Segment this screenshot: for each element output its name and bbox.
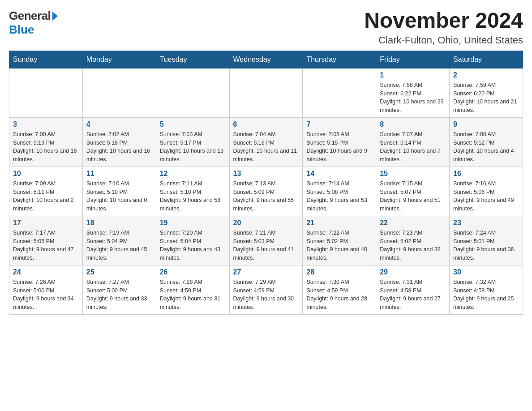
calendar-cell: 16Sunrise: 7:16 AMSunset: 5:06 PMDayligh… <box>450 167 523 216</box>
day-info: Sunrise: 7:04 AMSunset: 5:16 PMDaylight:… <box>233 130 299 164</box>
calendar-cell <box>9 68 83 117</box>
logo: General Blue <box>9 9 59 37</box>
week-row-4: 17Sunrise: 7:17 AMSunset: 5:05 PMDayligh… <box>9 216 523 265</box>
calendar-cell: 24Sunrise: 7:26 AMSunset: 5:00 PMDayligh… <box>9 265 83 314</box>
day-info: Sunrise: 7:27 AMSunset: 5:00 PMDaylight:… <box>86 278 152 312</box>
calendar-table: SundayMondayTuesdayWednesdayThursdayFrid… <box>9 51 523 315</box>
calendar-cell <box>82 68 156 117</box>
day-info: Sunrise: 7:17 AMSunset: 5:05 PMDaylight:… <box>13 229 79 262</box>
calendar-cell: 13Sunrise: 7:13 AMSunset: 5:09 PMDayligh… <box>229 167 303 216</box>
day-number: 19 <box>160 219 226 227</box>
day-number: 27 <box>233 268 299 276</box>
calendar-cell <box>303 68 376 117</box>
day-info: Sunrise: 7:58 AMSunset: 6:22 PMDaylight:… <box>380 81 446 115</box>
day-number: 28 <box>306 268 372 276</box>
day-number: 3 <box>13 120 79 128</box>
calendar-cell: 6Sunrise: 7:04 AMSunset: 5:16 PMDaylight… <box>229 117 303 167</box>
calendar-cell <box>156 68 229 117</box>
day-info: Sunrise: 7:16 AMSunset: 5:06 PMDaylight:… <box>453 180 519 213</box>
day-info: Sunrise: 7:20 AMSunset: 5:04 PMDaylight:… <box>160 229 226 262</box>
calendar-cell: 3Sunrise: 7:00 AMSunset: 5:19 PMDaylight… <box>9 117 83 167</box>
day-number: 22 <box>380 219 446 227</box>
day-number: 16 <box>453 170 519 178</box>
calendar-cell: 25Sunrise: 7:27 AMSunset: 5:00 PMDayligh… <box>82 265 156 314</box>
day-header-sunday: Sunday <box>9 51 83 68</box>
calendar-cell: 8Sunrise: 7:07 AMSunset: 5:14 PMDaylight… <box>376 117 450 167</box>
calendar-cell: 18Sunrise: 7:19 AMSunset: 5:04 PMDayligh… <box>82 216 156 265</box>
day-info: Sunrise: 7:21 AMSunset: 5:03 PMDaylight:… <box>233 229 299 262</box>
day-info: Sunrise: 7:31 AMSunset: 4:58 PMDaylight:… <box>380 278 446 312</box>
logo-triangle-icon <box>52 12 58 21</box>
calendar-cell: 27Sunrise: 7:29 AMSunset: 4:59 PMDayligh… <box>229 265 303 314</box>
day-number: 20 <box>233 219 299 227</box>
day-info: Sunrise: 7:59 AMSunset: 6:20 PMDaylight:… <box>453 81 519 115</box>
calendar-cell: 17Sunrise: 7:17 AMSunset: 5:05 PMDayligh… <box>9 216 83 265</box>
day-info: Sunrise: 7:24 AMSunset: 5:01 PMDaylight:… <box>453 229 519 262</box>
week-row-5: 24Sunrise: 7:26 AMSunset: 5:00 PMDayligh… <box>9 265 523 314</box>
location-title: Clark-Fulton, Ohio, United States <box>364 34 523 46</box>
day-number: 23 <box>453 219 519 227</box>
day-info: Sunrise: 7:30 AMSunset: 4:59 PMDaylight:… <box>306 278 372 312</box>
day-number: 5 <box>160 120 226 128</box>
day-number: 15 <box>380 170 446 178</box>
calendar-cell: 15Sunrise: 7:15 AMSunset: 5:07 PMDayligh… <box>376 167 450 216</box>
calendar-cell: 2Sunrise: 7:59 AMSunset: 6:20 PMDaylight… <box>450 68 523 117</box>
day-number: 4 <box>86 120 152 128</box>
day-info: Sunrise: 7:15 AMSunset: 5:07 PMDaylight:… <box>380 180 446 213</box>
day-info: Sunrise: 7:07 AMSunset: 5:14 PMDaylight:… <box>380 130 446 164</box>
day-number: 18 <box>86 219 152 227</box>
day-number: 8 <box>380 120 446 128</box>
day-number: 29 <box>380 268 446 276</box>
calendar-cell: 5Sunrise: 7:03 AMSunset: 5:17 PMDaylight… <box>156 117 229 167</box>
day-number: 26 <box>160 268 226 276</box>
day-number: 12 <box>160 170 226 178</box>
week-row-1: 1Sunrise: 7:58 AMSunset: 6:22 PMDaylight… <box>9 68 523 117</box>
calendar-cell: 19Sunrise: 7:20 AMSunset: 5:04 PMDayligh… <box>156 216 229 265</box>
day-number: 14 <box>306 170 372 178</box>
week-row-3: 10Sunrise: 7:09 AMSunset: 5:11 PMDayligh… <box>9 167 523 216</box>
calendar-cell: 26Sunrise: 7:28 AMSunset: 4:59 PMDayligh… <box>156 265 229 314</box>
title-area: November 2024 Clark-Fulton, Ohio, United… <box>364 9 523 46</box>
day-number: 30 <box>453 268 519 276</box>
day-header-thursday: Thursday <box>303 51 376 68</box>
day-header-friday: Friday <box>376 51 450 68</box>
logo-general-text: General <box>9 9 51 23</box>
calendar-cell: 20Sunrise: 7:21 AMSunset: 5:03 PMDayligh… <box>229 216 303 265</box>
day-header-tuesday: Tuesday <box>156 51 229 68</box>
day-info: Sunrise: 7:03 AMSunset: 5:17 PMDaylight:… <box>160 130 226 164</box>
calendar-cell: 23Sunrise: 7:24 AMSunset: 5:01 PMDayligh… <box>450 216 523 265</box>
day-info: Sunrise: 7:22 AMSunset: 5:02 PMDaylight:… <box>306 229 372 262</box>
calendar-cell: 9Sunrise: 7:08 AMSunset: 5:12 PMDaylight… <box>450 117 523 167</box>
calendar-cell: 28Sunrise: 7:30 AMSunset: 4:59 PMDayligh… <box>303 265 376 314</box>
day-number: 9 <box>453 120 519 128</box>
page-header: General Blue November 2024 Clark-Fulton,… <box>9 9 523 46</box>
day-info: Sunrise: 7:05 AMSunset: 5:15 PMDaylight:… <box>306 130 372 164</box>
day-info: Sunrise: 7:11 AMSunset: 5:10 PMDaylight:… <box>160 180 226 213</box>
day-info: Sunrise: 7:09 AMSunset: 5:11 PMDaylight:… <box>13 180 79 213</box>
day-info: Sunrise: 7:26 AMSunset: 5:00 PMDaylight:… <box>13 278 79 312</box>
day-info: Sunrise: 7:32 AMSunset: 4:58 PMDaylight:… <box>453 278 519 312</box>
calendar-cell: 10Sunrise: 7:09 AMSunset: 5:11 PMDayligh… <box>9 167 83 216</box>
calendar-cell: 22Sunrise: 7:23 AMSunset: 5:02 PMDayligh… <box>376 216 450 265</box>
day-header-saturday: Saturday <box>450 51 523 68</box>
day-info: Sunrise: 7:23 AMSunset: 5:02 PMDaylight:… <box>380 229 446 262</box>
day-number: 10 <box>13 170 79 178</box>
day-number: 25 <box>86 268 152 276</box>
day-number: 17 <box>13 219 79 227</box>
header-row: SundayMondayTuesdayWednesdayThursdayFrid… <box>9 51 523 68</box>
day-info: Sunrise: 7:29 AMSunset: 4:59 PMDaylight:… <box>233 278 299 312</box>
day-number: 2 <box>453 71 519 79</box>
calendar-cell: 12Sunrise: 7:11 AMSunset: 5:10 PMDayligh… <box>156 167 229 216</box>
calendar-header: SundayMondayTuesdayWednesdayThursdayFrid… <box>9 51 523 68</box>
calendar-cell: 1Sunrise: 7:58 AMSunset: 6:22 PMDaylight… <box>376 68 450 117</box>
day-number: 7 <box>306 120 372 128</box>
calendar-cell <box>229 68 303 117</box>
calendar-body: 1Sunrise: 7:58 AMSunset: 6:22 PMDaylight… <box>9 68 523 314</box>
calendar-cell: 21Sunrise: 7:22 AMSunset: 5:02 PMDayligh… <box>303 216 376 265</box>
day-info: Sunrise: 7:08 AMSunset: 5:12 PMDaylight:… <box>453 130 519 164</box>
day-number: 24 <box>13 268 79 276</box>
calendar-cell: 11Sunrise: 7:10 AMSunset: 5:10 PMDayligh… <box>82 167 156 216</box>
day-info: Sunrise: 7:00 AMSunset: 5:19 PMDaylight:… <box>13 130 79 164</box>
calendar-cell: 4Sunrise: 7:02 AMSunset: 5:18 PMDaylight… <box>82 117 156 167</box>
day-header-wednesday: Wednesday <box>229 51 303 68</box>
